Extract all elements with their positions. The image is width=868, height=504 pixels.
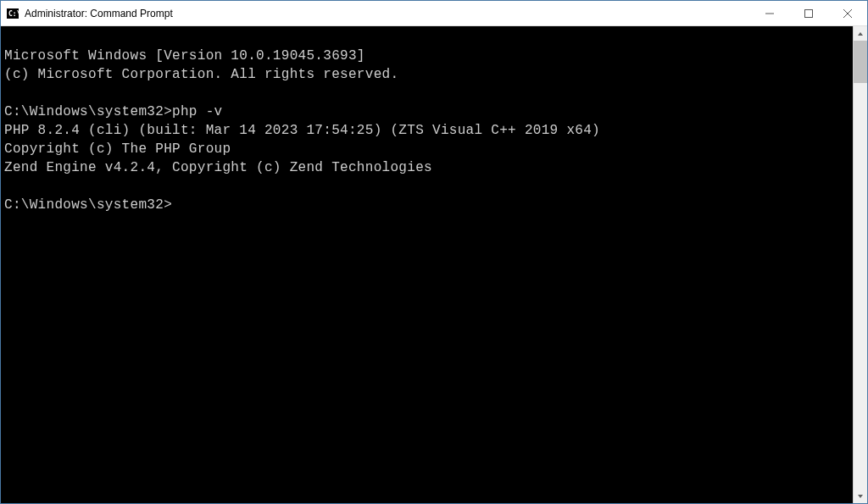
scroll-down-arrow-icon[interactable] bbox=[854, 489, 867, 503]
svg-rect-4 bbox=[805, 9, 813, 17]
close-button[interactable] bbox=[828, 1, 867, 25]
maximize-button[interactable] bbox=[789, 1, 828, 25]
terminal-output[interactable]: Microsoft Windows [Version 10.0.19045.36… bbox=[1, 26, 853, 503]
terminal-line: C:\Windows\system32> bbox=[4, 197, 172, 213]
window-controls bbox=[750, 1, 867, 25]
terminal-line: (c) Microsoft Corporation. All rights re… bbox=[4, 67, 398, 82]
terminal-line: PHP 8.2.4 (cli) (built: Mar 14 2023 17:5… bbox=[4, 123, 600, 138]
vertical-scrollbar[interactable] bbox=[853, 26, 867, 503]
svg-marker-7 bbox=[858, 32, 863, 36]
window-frame: C:\ Administrator: Command Prompt Micros… bbox=[0, 0, 868, 504]
terminal-line: C:\Windows\system32>php -v bbox=[4, 104, 222, 119]
cmd-icon: C:\ bbox=[6, 7, 19, 20]
client-area: Microsoft Windows [Version 10.0.19045.36… bbox=[1, 26, 867, 503]
scroll-thumb[interactable] bbox=[854, 41, 867, 83]
scroll-up-arrow-icon[interactable] bbox=[854, 26, 867, 41]
svg-marker-8 bbox=[858, 495, 863, 498]
terminal-line: Copyright (c) The PHP Group bbox=[4, 141, 231, 157]
titlebar[interactable]: C:\ Administrator: Command Prompt bbox=[1, 1, 867, 26]
svg-text:C:\: C:\ bbox=[8, 10, 19, 18]
terminal-line: Zend Engine v4.2.4, Copyright (c) Zend T… bbox=[4, 160, 432, 175]
terminal-line: Microsoft Windows [Version 10.0.19045.36… bbox=[4, 48, 365, 64]
window-title: Administrator: Command Prompt bbox=[25, 8, 173, 19]
minimize-button[interactable] bbox=[750, 1, 789, 25]
scroll-track[interactable] bbox=[854, 41, 867, 489]
